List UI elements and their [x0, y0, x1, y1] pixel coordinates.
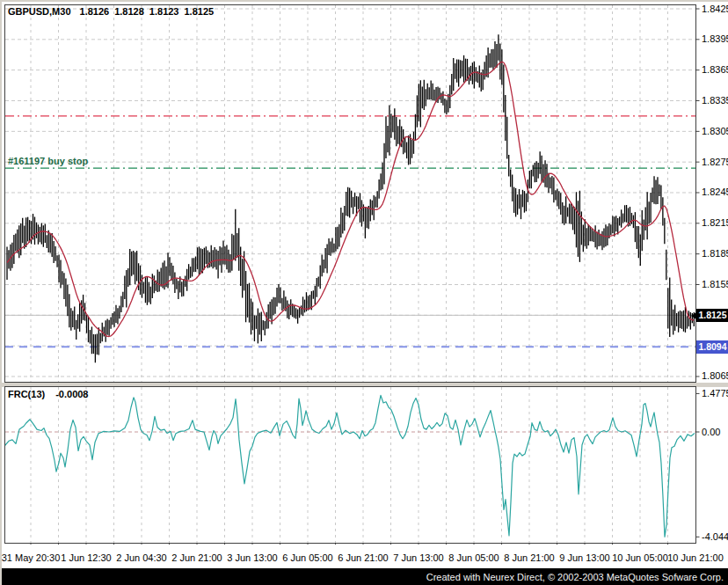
time-axis-label: 6 Jun 21:00: [338, 552, 389, 563]
indicator-axis-label: 1.4775: [702, 388, 728, 399]
time-axis-label: 10 Jun 05:00: [612, 552, 668, 563]
time-axis-label: 9 Jun 13:00: [559, 552, 610, 563]
indicator-header: FRC(13)-0.0008: [8, 389, 88, 399]
bid-price-box: 1.8125: [696, 309, 728, 322]
time-axis-label: 8 Jun 21:00: [504, 552, 555, 563]
grid-lines: [5, 5, 695, 543]
price-axis-label: 1.8395: [702, 33, 728, 44]
price-axis-label: 1.8425: [702, 4, 728, 14]
price-axis-label: 1.8155: [702, 279, 728, 289]
price-axis-label: 1.8275: [702, 157, 728, 167]
indicator-value: -0.0008: [55, 389, 88, 399]
time-axis-label: 3 Jun 13:00: [227, 552, 278, 563]
price-bars: [7, 34, 694, 362]
open-value: 1.8126: [80, 6, 110, 17]
footer-credit: Created with Neurex Direct, © 2002-2003 …: [426, 572, 724, 582]
support-price-box: 1.8094: [696, 340, 728, 354]
time-axis-label: 2 Jun 04:30: [116, 552, 167, 563]
indicator-panel-frame: [5, 387, 696, 544]
indicator-name: FRC(13): [8, 389, 45, 399]
price-axis-label: 1.8065: [702, 370, 728, 381]
buy-stop-order-label: #161197 buy stop: [8, 156, 88, 166]
time-axis-label: 7 Jun 13:00: [393, 552, 444, 563]
main-panel-frame: [5, 5, 696, 383]
time-axis-label: 10 Jun 21:00: [667, 552, 724, 563]
footer-bar: Created with Neurex Direct, © 2002-2003 …: [2, 568, 728, 585]
price-axis-label: 1.8305: [702, 126, 728, 136]
moving-average-line: [7, 62, 694, 336]
close-value: 1.8125: [185, 6, 215, 17]
chart-canvas[interactable]: [2, 2, 728, 585]
axis-ticks: [31, 9, 700, 547]
chart-window: GBPUSD,M301.81261.81281.81231.8125 #1611…: [0, 0, 728, 585]
frc-indicator-line: [4, 395, 695, 537]
support-price-text: 1.8094: [698, 341, 726, 352]
price-axis-label: 1.8185: [702, 248, 728, 259]
time-axis-label: 6 Jun 05:00: [282, 552, 333, 563]
indicator-axis-label: -4.0449: [702, 531, 728, 542]
bid-price-arrow-icon: [691, 312, 696, 319]
symbol-timeframe-label: GBPUSD,M30: [8, 6, 71, 17]
time-axis-label: 1 Jun 12:30: [61, 552, 112, 563]
price-axis-label: 1.8215: [702, 217, 728, 228]
price-axis-label: 1.8335: [702, 95, 728, 106]
chart-header: GBPUSD,M301.81261.81281.81231.8125: [8, 6, 219, 17]
low-value: 1.8123: [149, 6, 179, 17]
time-axis-label: 2 Jun 21:00: [171, 552, 222, 563]
time-axis-label: 31 May 20:30: [2, 552, 61, 563]
high-value: 1.8128: [114, 6, 144, 17]
indicator-axis-label: 0.00: [702, 427, 720, 437]
bid-price-text: 1.8125: [698, 310, 726, 320]
price-axis-label: 1.8365: [702, 64, 728, 75]
price-axis-label: 1.8245: [702, 186, 728, 197]
time-axis-label: 8 Jun 05:00: [448, 552, 499, 563]
